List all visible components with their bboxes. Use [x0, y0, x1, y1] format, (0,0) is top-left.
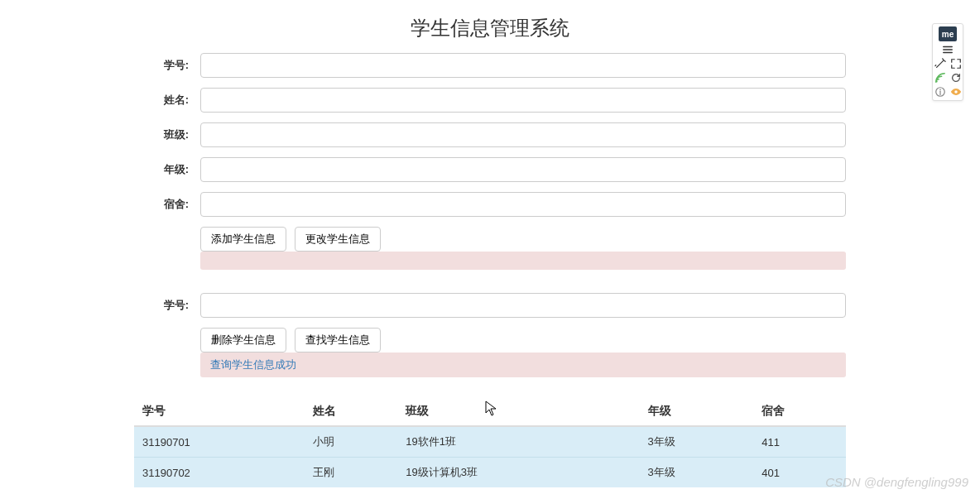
magic-wand-icon[interactable]: [934, 58, 946, 70]
watermark: CSDN @dengfengling999: [825, 475, 968, 489]
cell-grade: 3年级: [640, 426, 754, 458]
th-class: 班级: [397, 397, 639, 426]
label-student-id: 学号:: [134, 58, 200, 73]
page-title: 学生信息管理系统: [0, 15, 980, 41]
input-search-id[interactable]: [200, 293, 846, 318]
cell-grade: 3年级: [640, 458, 754, 488]
side-toolbar: me: [932, 23, 963, 101]
eye-icon[interactable]: [950, 86, 962, 98]
delete-student-button[interactable]: 删除学生信息: [200, 328, 286, 353]
label-dorm: 宿舍:: [134, 197, 200, 212]
table-row: 31190701小明19软件1班3年级411: [134, 426, 846, 458]
menu-icon[interactable]: [942, 44, 954, 55]
th-grade: 年级: [640, 397, 754, 426]
update-student-button[interactable]: 更改学生信息: [295, 227, 381, 252]
svg-point-3: [954, 90, 958, 94]
cell-name: 小明: [305, 426, 397, 458]
cell-class: 19级计算机3班: [397, 458, 639, 488]
form1-status: [200, 252, 846, 270]
th-name: 姓名: [305, 397, 397, 426]
input-class[interactable]: [200, 122, 846, 147]
label-class: 班级:: [134, 127, 200, 142]
cell-dorm: 401: [753, 458, 846, 488]
cell-id: 31190702: [134, 458, 305, 488]
me-badge-icon[interactable]: me: [939, 26, 957, 41]
svg-point-2: [939, 89, 941, 91]
cell-id: 31190701: [134, 426, 305, 458]
refresh-icon[interactable]: [950, 72, 962, 84]
label-grade: 年级:: [134, 162, 200, 177]
cell-class: 19软件1班: [397, 426, 639, 458]
svg-point-0: [935, 80, 937, 82]
label-search-id: 学号:: [134, 298, 200, 313]
info-icon[interactable]: [934, 86, 946, 98]
student-table: 学号 姓名 班级 年级 宿舍 31190701小明19软件1班3年级411311…: [134, 397, 846, 487]
form2-status: 查询学生信息成功: [200, 353, 846, 377]
cell-name: 王刚: [305, 458, 397, 488]
signal-icon[interactable]: [934, 72, 946, 84]
th-dorm: 宿舍: [753, 397, 846, 426]
input-grade[interactable]: [200, 157, 846, 182]
table-row: 31190702王刚19级计算机3班3年级401: [134, 458, 846, 488]
input-dorm[interactable]: [200, 192, 846, 217]
cell-dorm: 411: [753, 426, 846, 458]
search-student-button[interactable]: 查找学生信息: [295, 328, 381, 353]
input-student-id[interactable]: [200, 53, 846, 78]
add-student-button[interactable]: 添加学生信息: [200, 227, 286, 252]
th-id: 学号: [134, 397, 305, 426]
expand-icon[interactable]: [950, 58, 962, 70]
input-name[interactable]: [200, 88, 846, 113]
label-name: 姓名:: [134, 93, 200, 108]
